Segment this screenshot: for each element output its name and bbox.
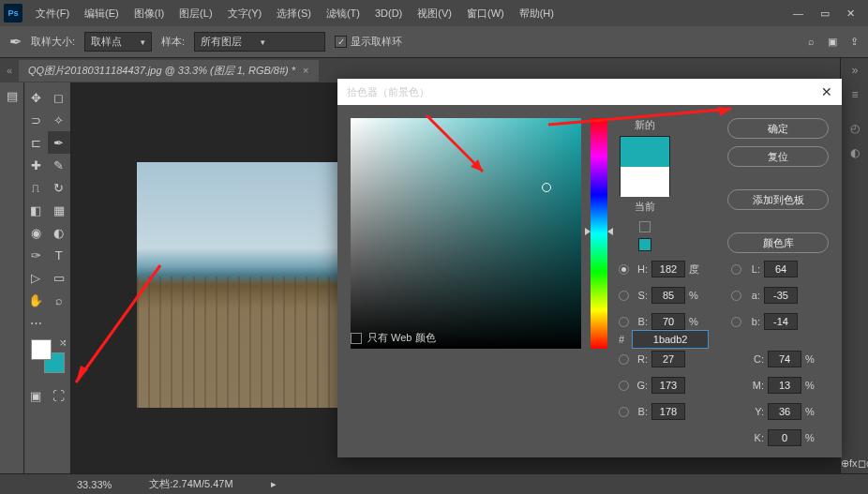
- hue-slider[interactable]: [591, 118, 607, 349]
- zoom-tool[interactable]: ⌕: [48, 289, 71, 311]
- sample-layers-select[interactable]: 所有图层▾: [194, 32, 325, 52]
- hue-slider-thumb[interactable]: [585, 228, 613, 235]
- close-tab-icon[interactable]: ×: [303, 65, 308, 76]
- web-only-checkbox[interactable]: 只有 Web 颜色: [351, 331, 436, 345]
- history-brush-tool[interactable]: ↻: [48, 176, 71, 199]
- menu-image[interactable]: 图像(I): [127, 7, 172, 21]
- s-input[interactable]: 85: [651, 287, 685, 304]
- bb-radio[interactable]: [619, 407, 629, 417]
- menu-help[interactable]: 帮助(H): [512, 7, 561, 21]
- menu-3d[interactable]: 3D(D): [367, 7, 410, 19]
- websafe-swatch[interactable]: [638, 238, 651, 251]
- bv-input[interactable]: 70: [651, 313, 685, 330]
- link-icon[interactable]: ⊕: [841, 457, 849, 470]
- status-chevron-icon[interactable]: ▸: [271, 478, 277, 490]
- swap-colors-icon[interactable]: ⤭: [59, 337, 67, 348]
- zoom-level[interactable]: 33.33%: [77, 479, 112, 490]
- type-tool[interactable]: T: [48, 244, 71, 266]
- maximize-icon[interactable]: ▭: [820, 7, 830, 20]
- add-swatch-button[interactable]: 添加到色板: [727, 189, 829, 210]
- a-input[interactable]: -35: [764, 287, 798, 304]
- color-swatches[interactable]: ⤭: [31, 339, 65, 373]
- s-radio[interactable]: [619, 291, 629, 301]
- menu-select[interactable]: 选择(S): [269, 7, 319, 21]
- collapse-right-icon[interactable]: »: [841, 58, 868, 82]
- show-sample-ring-checkbox[interactable]: ✓显示取样环: [335, 35, 402, 49]
- menu-layer[interactable]: 图层(L): [172, 7, 219, 21]
- mask-icon[interactable]: ◻: [858, 457, 866, 470]
- l-radio[interactable]: [731, 264, 741, 275]
- panel-icon[interactable]: ▤: [5, 88, 20, 103]
- gamut-warning-icon[interactable]: [639, 221, 651, 232]
- reset-button[interactable]: 复位: [727, 146, 829, 167]
- b-lab-radio[interactable]: [731, 317, 741, 327]
- ok-button[interactable]: 确定: [727, 118, 829, 139]
- hex-input[interactable]: 1badb2: [632, 330, 709, 349]
- foreground-color[interactable]: [31, 339, 52, 360]
- h-radio[interactable]: [619, 264, 629, 275]
- healing-tool[interactable]: ✚: [24, 154, 48, 176]
- eyedropper-tool[interactable]: ✒: [48, 131, 71, 154]
- eraser-tool[interactable]: ◧: [24, 199, 48, 221]
- bb-input[interactable]: 178: [651, 403, 685, 420]
- menu-edit[interactable]: 编辑(E): [77, 7, 127, 21]
- hand-tool[interactable]: ✋: [24, 289, 48, 311]
- close-icon[interactable]: ✕: [821, 84, 832, 99]
- h-input[interactable]: 182: [651, 261, 685, 277]
- shape-tool[interactable]: ▭: [48, 266, 71, 289]
- close-window-icon[interactable]: ✕: [846, 7, 855, 20]
- collapse-panels-icon[interactable]: «: [0, 65, 19, 76]
- workspace-icon[interactable]: ▣: [828, 36, 837, 48]
- g-input[interactable]: 173: [651, 377, 685, 394]
- r-input[interactable]: 27: [651, 351, 685, 367]
- crop-tool[interactable]: ⊏: [24, 131, 48, 154]
- quickmask-tool[interactable]: ▣: [24, 384, 48, 407]
- adjustments-panel-icon[interactable]: ◐: [841, 141, 868, 165]
- stamp-tool[interactable]: ⎍: [24, 176, 48, 199]
- dodge-tool[interactable]: ◐: [48, 221, 71, 244]
- pen-tool[interactable]: ✑: [24, 244, 48, 266]
- saturation-value-field[interactable]: [351, 118, 581, 349]
- sv-cursor[interactable]: [542, 183, 551, 192]
- menu-view[interactable]: 视图(V): [410, 7, 459, 21]
- menu-window[interactable]: 窗口(W): [459, 7, 512, 21]
- gradient-tool[interactable]: ▦: [48, 199, 71, 221]
- m-input[interactable]: 13: [768, 377, 801, 394]
- g-radio[interactable]: [619, 381, 629, 391]
- svg-marker-5: [718, 107, 731, 116]
- document-tab[interactable]: QQ图片20180311184437.jpg @ 33.3% (图层 1, RG…: [19, 60, 319, 82]
- history-panel-icon[interactable]: ◴: [841, 116, 868, 141]
- a-radio[interactable]: [731, 291, 741, 301]
- move-tool[interactable]: ✥: [24, 86, 48, 109]
- k-input[interactable]: 0: [768, 429, 801, 446]
- marquee-tool[interactable]: ◻: [48, 86, 71, 109]
- new-color-swatch: [621, 137, 669, 167]
- sample-size-select[interactable]: 取样点▾: [84, 32, 152, 52]
- l-input[interactable]: 64: [764, 261, 798, 277]
- color-libraries-button[interactable]: 颜色库: [727, 232, 829, 253]
- y-input[interactable]: 36: [768, 403, 801, 420]
- search-icon[interactable]: ⌕: [808, 36, 815, 48]
- fx-icon[interactable]: fx: [849, 457, 858, 470]
- bv-radio[interactable]: [619, 317, 629, 327]
- doc-size[interactable]: 文档:2.74M/5.47M: [149, 477, 232, 491]
- menu-file[interactable]: 文件(F): [28, 7, 77, 21]
- minimize-icon[interactable]: ―: [793, 7, 803, 20]
- screenmode-tool[interactable]: ⛶: [48, 384, 71, 407]
- lasso-tool[interactable]: ⊃: [24, 109, 48, 131]
- share-icon[interactable]: ⇪: [850, 36, 859, 48]
- panel-strip-left: ▤: [0, 82, 24, 494]
- dialog-titlebar[interactable]: 拾色器（前景色） ✕: [337, 79, 842, 105]
- r-radio[interactable]: [619, 354, 629, 365]
- more-tools[interactable]: ⋯: [24, 311, 48, 334]
- path-select-tool[interactable]: ▷: [24, 266, 48, 289]
- brush-tool[interactable]: ✎: [48, 154, 71, 176]
- b-lab-input[interactable]: -14: [764, 313, 798, 330]
- magic-wand-tool[interactable]: ✧: [48, 109, 71, 131]
- menu-filter[interactable]: 滤镜(T): [319, 7, 367, 21]
- panel-menu-icon[interactable]: ≡: [841, 82, 868, 107]
- eyedropper-icon[interactable]: ✒: [9, 33, 22, 51]
- menu-type[interactable]: 文字(Y): [220, 7, 270, 21]
- c-input[interactable]: 74: [768, 351, 801, 367]
- blur-tool[interactable]: ◉: [24, 221, 48, 244]
